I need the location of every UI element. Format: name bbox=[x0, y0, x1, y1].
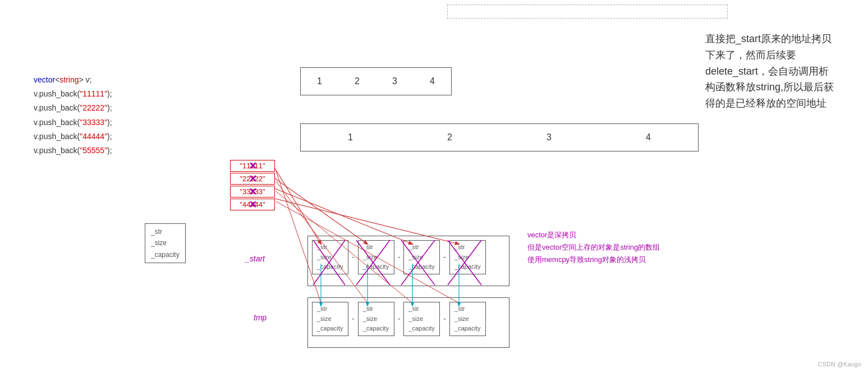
vec-obj-3: _str _size _capacity bbox=[403, 240, 440, 274]
code-line-2: v.push_back("11111"); bbox=[34, 87, 112, 101]
dashed-rect bbox=[447, 4, 728, 19]
array-box-top: 1 2 3 4 bbox=[300, 67, 452, 95]
vec-obj-2: _str _size _capacity bbox=[358, 240, 394, 274]
annotation-line3: 使用memcpy导致string对象的浅拷贝 bbox=[527, 254, 660, 266]
tmp-label: tmp bbox=[254, 313, 267, 322]
code-section: vector<string> v; v.push_back("11111"); … bbox=[34, 73, 112, 158]
string-cell-1: "11111"✕ bbox=[230, 160, 275, 172]
watermark: CSDN @Kaugo bbox=[818, 361, 861, 368]
tmp-vec-obj-1: _str _size _capacity bbox=[312, 302, 348, 336]
svg-line-0 bbox=[275, 168, 321, 244]
right-description: 直接把_start原来的地址拷贝下来了，然而后续要delete_start，会自… bbox=[705, 31, 834, 112]
string-cell-2: "22222"✕ bbox=[230, 173, 275, 185]
code-line-6: v.push_back("55555"); bbox=[34, 144, 112, 158]
string-cell-3: "33333"✕ bbox=[230, 186, 275, 198]
start-label: _start bbox=[245, 254, 265, 263]
string-cells: "11111"✕ "22222"✕ "33333"✕ "44444"✕ bbox=[230, 160, 275, 210]
tmp-vec-obj-4: _str _size _capacity bbox=[449, 302, 486, 336]
vec-obj-1: _str _size _capacity bbox=[312, 240, 348, 274]
annotation-line2: 但是vector空间上存的对象是string的数组 bbox=[527, 241, 660, 254]
tmp-vec-obj-2: _str _size _capacity bbox=[358, 302, 394, 336]
string-cell-4: "44444"✕ bbox=[230, 199, 275, 210]
tmp-vec-obj-3: _str _size _capacity bbox=[403, 302, 440, 336]
vec-obj-4: _str _size _capacity bbox=[449, 240, 486, 274]
annotation: vector是深拷贝 但是vector空间上存的对象是string的数组 使用m… bbox=[527, 229, 660, 266]
code-line-4: v.push_back("33333"); bbox=[34, 116, 112, 130]
svg-line-1 bbox=[275, 178, 368, 244]
vector-struct: _str _size _capacity bbox=[145, 223, 186, 263]
start-vec-row: _str _size _capacity - _str _size _capac… bbox=[312, 240, 486, 274]
code-line-5: v.push_back("44444"); bbox=[34, 130, 112, 144]
code-line-3: v.push_back("22222"); bbox=[34, 101, 112, 115]
annotation-line1: vector是深拷贝 bbox=[527, 229, 660, 241]
array-box-top2: 1 2 3 4 bbox=[300, 123, 699, 151]
code-line-1: vector<string> v; bbox=[34, 73, 112, 87]
tmp-vec-row: _str _size _capacity - _str _size _capac… bbox=[312, 302, 486, 336]
